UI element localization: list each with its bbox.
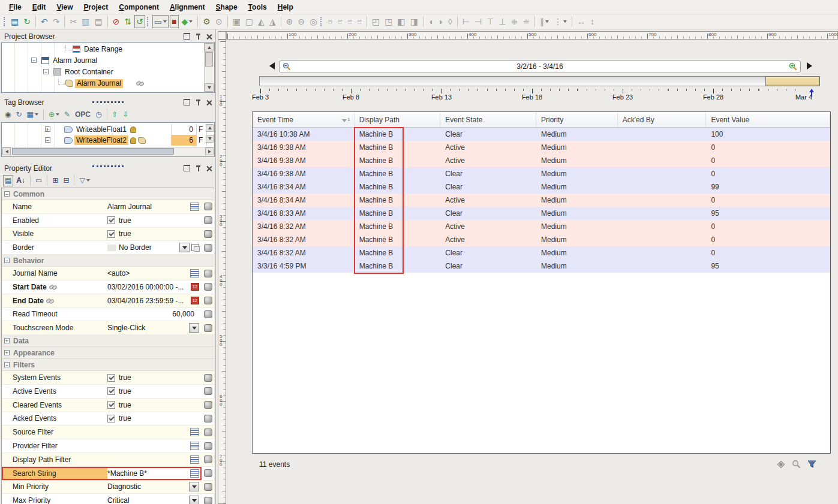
menu-item-help[interactable]: Help bbox=[272, 1, 299, 13]
text-edit-icon[interactable] bbox=[190, 428, 199, 436]
binding-icon[interactable] bbox=[204, 244, 212, 252]
close-panel-icon[interactable] bbox=[206, 165, 212, 171]
menu-item-shape[interactable]: Shape bbox=[211, 1, 243, 13]
match-height-icon[interactable]: ↕ bbox=[588, 15, 596, 28]
collapse-all-icon[interactable]: ⊟ bbox=[61, 175, 71, 186]
component-cube-icon[interactable]: ◆ bbox=[180, 15, 195, 28]
border-edit-icon[interactable] bbox=[191, 244, 199, 251]
date-range-next-arrow[interactable] bbox=[807, 62, 812, 70]
menu-item-tools[interactable]: Tools bbox=[243, 1, 272, 13]
property-value[interactable]: Single-Click bbox=[107, 324, 189, 332]
pin-panel-icon[interactable] bbox=[196, 165, 201, 171]
gears-icon[interactable]: ⚙ bbox=[201, 15, 212, 28]
text-edit-icon[interactable] bbox=[190, 469, 199, 478]
calendar-icon[interactable]: 12 bbox=[191, 283, 199, 291]
distribute-vertical-icon[interactable]: ⋮ bbox=[552, 15, 569, 28]
toolbar-grip[interactable] bbox=[4, 17, 6, 26]
menu-item-component[interactable]: Component bbox=[113, 1, 164, 13]
redo-icon[interactable]: ↷ bbox=[51, 15, 62, 28]
text-edit-icon[interactable] bbox=[190, 203, 199, 211]
property-group-data[interactable]: +Data bbox=[2, 335, 214, 347]
text-edit-icon[interactable] bbox=[190, 442, 199, 450]
expand-node-icon[interactable]: + bbox=[45, 126, 50, 132]
binding-icon[interactable] bbox=[204, 497, 212, 504]
column-header-priority[interactable]: Priority bbox=[536, 112, 618, 127]
center-vertical-icon[interactable]: ≐ bbox=[521, 15, 531, 28]
project-tree-row[interactable]: Date Range bbox=[2, 44, 204, 55]
match-width-icon[interactable]: ↔ bbox=[575, 15, 587, 28]
float-panel-icon[interactable] bbox=[184, 165, 190, 171]
binding-icon[interactable] bbox=[204, 469, 212, 477]
zoom-out-magnifier-icon[interactable] bbox=[283, 62, 291, 71]
lock-icon[interactable]: ⊙ bbox=[214, 15, 224, 28]
column-header-display-path[interactable]: Display Path bbox=[355, 112, 441, 127]
shape-union-icon[interactable]: ◭ bbox=[256, 15, 266, 28]
dropdown-button[interactable] bbox=[189, 496, 199, 504]
binding-icon[interactable] bbox=[204, 401, 212, 409]
move-to-back-icon[interactable]: ≡ bbox=[346, 15, 354, 28]
checkbox-icon[interactable] bbox=[107, 387, 115, 395]
menu-item-edit[interactable]: Edit bbox=[27, 1, 52, 13]
scroll-down-button[interactable] bbox=[206, 135, 214, 143]
collapse-node-icon[interactable]: − bbox=[31, 58, 37, 63]
cut-icon[interactable]: ✂ bbox=[68, 15, 79, 28]
collapse-group-icon[interactable]: − bbox=[4, 191, 10, 197]
project-tree-row[interactable]: −Alarm Journal bbox=[2, 55, 204, 67]
table-row[interactable]: 3/4/16 8:32 AMMachine BActiveMedium0 bbox=[253, 233, 830, 246]
skew-icon[interactable]: ◊ bbox=[446, 15, 454, 28]
property-value[interactable]: <auto> bbox=[107, 269, 190, 277]
corner-nw-icon[interactable]: ◰ bbox=[370, 15, 382, 28]
table-row[interactable]: 3/4/16 9:38 AMMachine BActiveMedium0 bbox=[253, 154, 830, 167]
binding-icon[interactable] bbox=[204, 216, 212, 224]
expand-group-icon[interactable]: + bbox=[4, 338, 10, 343]
copy-icon[interactable]: ▥ bbox=[80, 15, 91, 28]
column-header-event-state[interactable]: Event State bbox=[440, 112, 536, 127]
flip-vertical-icon[interactable]: ◨ bbox=[409, 15, 420, 28]
binding-icon[interactable] bbox=[204, 230, 212, 238]
binding-icon[interactable] bbox=[204, 415, 212, 422]
db-accept-icon[interactable]: ⇅ bbox=[122, 15, 133, 28]
property-group-common[interactable]: −Common bbox=[2, 188, 214, 200]
property-value[interactable]: true bbox=[107, 414, 199, 422]
save-icon[interactable]: ▤ bbox=[9, 15, 20, 28]
expand-all-icon[interactable]: ⊞ bbox=[50, 175, 60, 186]
property-value[interactable]: 03/04/2016 23:59:59 -... bbox=[107, 297, 191, 305]
rotate-right-icon[interactable]: ◗ bbox=[436, 15, 444, 28]
collapse-node-icon[interactable]: − bbox=[43, 69, 49, 74]
close-panel-icon[interactable] bbox=[206, 34, 212, 39]
zoom-in-magnifier-icon[interactable] bbox=[789, 62, 797, 71]
column-header-event-time[interactable]: Event Time1 bbox=[253, 112, 355, 127]
menu-item-file[interactable]: File bbox=[4, 1, 27, 13]
property-value[interactable]: *Machine B* bbox=[107, 469, 190, 478]
undo-icon[interactable]: ↶ bbox=[39, 15, 50, 28]
open-window-icon[interactable]: ▭ bbox=[152, 15, 169, 28]
property-value[interactable]: true bbox=[107, 230, 199, 238]
table-row[interactable]: 3/4/16 9:38 AMMachine BActiveMedium0 bbox=[253, 141, 830, 154]
property-value[interactable]: true bbox=[107, 216, 199, 225]
db-reject-icon[interactable]: ⊘ bbox=[111, 15, 122, 28]
expand-group-icon[interactable]: + bbox=[4, 350, 10, 355]
property-value[interactable]: 03/02/2016 00:00:00 -... bbox=[107, 283, 191, 291]
property-value[interactable]: Critical bbox=[107, 496, 189, 504]
filter-funnel-icon[interactable] bbox=[807, 460, 817, 471]
send-backward-icon[interactable]: ≡ bbox=[326, 15, 334, 28]
tag-browser-hscrollbar[interactable] bbox=[2, 147, 214, 156]
ungroup-icon[interactable]: ▢ bbox=[244, 15, 255, 28]
project-browser-scrollbar[interactable] bbox=[204, 43, 214, 92]
binding-icon[interactable] bbox=[204, 324, 212, 332]
binding-icon[interactable] bbox=[204, 455, 212, 463]
table-row[interactable]: 3/4/16 10:38 AMMachine BClearMedium100 bbox=[253, 128, 830, 141]
bring-forward-icon[interactable]: ≡ bbox=[336, 15, 344, 28]
categorized-view-icon[interactable]: ▤ bbox=[3, 175, 13, 186]
dropdown-button[interactable] bbox=[189, 323, 199, 333]
zoom-actual-icon[interactable]: ◎ bbox=[308, 15, 319, 28]
scan-class-icon[interactable]: ◷ bbox=[94, 109, 103, 120]
scroll-thumb[interactable] bbox=[205, 52, 213, 67]
binding-icon[interactable] bbox=[204, 297, 212, 304]
stop-button-icon[interactable]: ■ bbox=[170, 15, 178, 28]
table-row[interactable]: 3/4/16 9:38 AMMachine BClearMedium0 bbox=[253, 167, 830, 180]
collapse-node-icon[interactable]: − bbox=[45, 137, 50, 143]
refresh-tags-icon[interactable]: ↻ bbox=[14, 109, 23, 120]
property-value[interactable]: Alarm Journal bbox=[107, 203, 190, 211]
binding-icon[interactable] bbox=[204, 374, 212, 382]
